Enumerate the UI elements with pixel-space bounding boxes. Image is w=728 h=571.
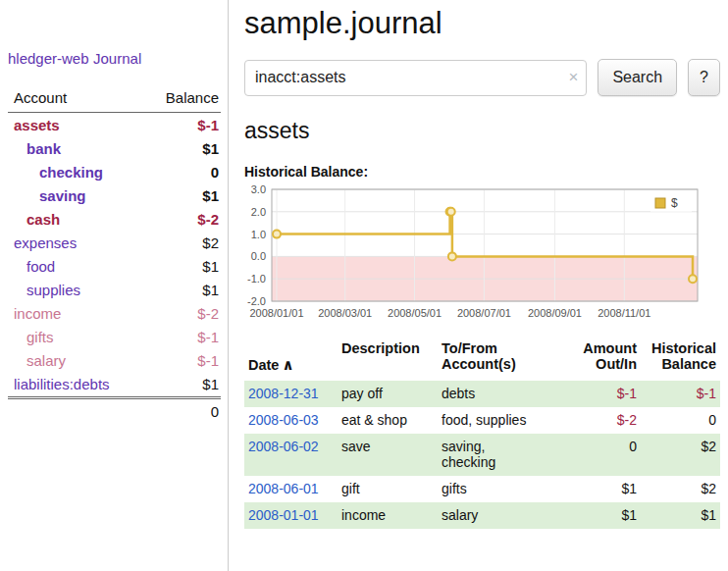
account-link[interactable]: bank — [8, 140, 61, 157]
account-row: gifts$-1 — [8, 325, 221, 348]
register-row: 2008-12-31pay offdebts$-1$-1 — [244, 381, 720, 407]
account-balance: $1 — [202, 282, 219, 298]
register-cell-description: gift — [338, 476, 438, 502]
data-point-marker — [448, 252, 456, 260]
register-col-date[interactable]: Date∧ — [244, 338, 338, 381]
account-balance: $-1 — [197, 117, 219, 133]
search-bar: × Search ? — [244, 59, 720, 96]
account-balance: $2 — [202, 234, 219, 251]
search-button[interactable]: Search — [598, 59, 677, 96]
account-link[interactable]: saving — [8, 187, 86, 204]
register-cell-amount: $1 — [570, 502, 641, 529]
account-link[interactable]: assets — [8, 117, 60, 133]
y-tick-label: -2.0 — [247, 295, 266, 307]
account-link[interactable]: gifts — [8, 329, 54, 345]
transaction-date-link[interactable]: 2008-12-31 — [248, 386, 319, 401]
x-tick-label: 2008/11/01 — [598, 307, 650, 319]
register-cell-balance: $-1 — [641, 381, 720, 407]
journal-link[interactable]: Journal — [93, 50, 141, 67]
account-balance: $1 — [202, 187, 219, 204]
page-title: sample.journal — [244, 6, 720, 41]
balance-chart: 3.02.01.00.0-1.0-2.02008/01/012008/03/01… — [244, 183, 713, 329]
register-cell-date: 2008-06-03 — [244, 407, 338, 434]
data-point-marker — [689, 275, 697, 283]
chart-title: Historical Balance: — [244, 164, 720, 180]
y-tick-label: 3.0 — [251, 183, 266, 195]
register-cell-accounts: food, supplies — [438, 407, 570, 434]
account-link[interactable]: cash — [8, 211, 60, 228]
account-link[interactable]: supplies — [8, 282, 80, 298]
app-title-link[interactable]: hledger-web — [8, 50, 89, 67]
sort-ascending-icon: ∧ — [282, 356, 293, 373]
y-tick-label: 0.0 — [251, 250, 266, 262]
account-link[interactable]: expenses — [8, 234, 77, 251]
register-row: 2008-01-01incomesalary$1$1 — [244, 502, 720, 529]
account-row: saving$1 — [8, 183, 221, 207]
x-tick-label: 2008/03/01 — [318, 307, 372, 319]
data-point-marker — [273, 231, 281, 238]
account-balance: $1 — [202, 376, 219, 392]
account-balance: 0 — [211, 164, 219, 181]
register-table: Date∧ Description To/From Account(s) Amo… — [244, 338, 720, 529]
register-rows: 2008-12-31pay offdebts$-1$-12008-06-03ea… — [244, 381, 720, 529]
accounts-col-account: Account — [14, 89, 67, 106]
x-tick-label: 2008/09/01 — [528, 307, 582, 319]
legend-label: $ — [671, 196, 678, 210]
account-balance: $-2 — [197, 305, 219, 322]
sidebar: hledger-web Journal Account Balance asse… — [0, 0, 229, 571]
register-cell-balance: $2 — [641, 476, 720, 502]
register-cell-amount: $-2 — [570, 407, 641, 434]
register-cell-accounts: salary — [438, 502, 570, 529]
accounts-total-value: 0 — [211, 403, 219, 420]
account-row: income$-2 — [8, 301, 221, 325]
register-col-description: Description — [338, 338, 438, 381]
account-tree: assets$-1bank$1checking0saving$1cash$-2e… — [8, 113, 221, 395]
account-balance: $1 — [202, 258, 219, 275]
accounts-col-balance: Balance — [166, 89, 219, 106]
account-balance: $1 — [202, 140, 219, 157]
account-link[interactable]: liabilities:debts — [8, 376, 110, 392]
legend-swatch — [655, 198, 665, 208]
account-row: food$1 — [8, 254, 221, 278]
account-balance: $-1 — [197, 352, 219, 369]
register-row: 2008-06-03eat & shopfood, supplies$-20 — [244, 407, 720, 434]
transaction-date-link[interactable]: 2008-06-01 — [248, 481, 319, 496]
accounts-table: Account Balance assets$-1bank$1checking0… — [8, 87, 221, 424]
register-row: 2008-06-01giftgifts$1$2 — [244, 476, 720, 502]
register-cell-accounts: debts — [438, 381, 570, 407]
transaction-date-link[interactable]: 2008-06-02 — [248, 439, 319, 454]
register-col-balance: Historical Balance — [641, 338, 720, 381]
account-row: assets$-1 — [8, 113, 221, 136]
account-link[interactable]: income — [8, 305, 61, 322]
register-cell-balance: $2 — [641, 434, 720, 476]
register-cell-date: 2008-06-02 — [244, 434, 338, 476]
register-col-accounts: To/From Account(s) — [438, 338, 570, 381]
register-cell-amount: $-1 — [570, 381, 641, 407]
accounts-table-header: Account Balance — [8, 87, 221, 113]
y-tick-label: 2.0 — [251, 206, 266, 218]
register-cell-balance: $1 — [641, 502, 720, 529]
help-button[interactable]: ? — [688, 59, 720, 96]
y-tick-label: 1.0 — [251, 229, 266, 240]
account-row: salary$-1 — [8, 348, 221, 372]
register-cell-description: save — [338, 434, 438, 476]
account-row: checking0 — [8, 160, 221, 183]
transaction-date-link[interactable]: 2008-01-01 — [248, 507, 319, 523]
account-balance: $-1 — [197, 329, 219, 345]
date-column-label: Date — [248, 357, 279, 373]
accounts-total-row: 0 — [8, 396, 221, 424]
register-header-row: Date∧ Description To/From Account(s) Amo… — [244, 338, 720, 381]
search-input[interactable] — [244, 60, 587, 96]
register-cell-accounts: gifts — [438, 476, 570, 502]
register-cell-amount: 0 — [570, 434, 641, 476]
account-link[interactable]: salary — [8, 352, 66, 369]
main-content: sample.journal × Search ? assets Histori… — [230, 0, 728, 571]
account-row: supplies$1 — [8, 278, 221, 301]
account-link[interactable]: food — [8, 258, 55, 275]
register-cell-description: income — [338, 502, 438, 529]
hledger-web-app: hledger-web Journal Account Balance asse… — [0, 0, 728, 571]
account-link[interactable]: checking — [8, 164, 103, 181]
transaction-date-link[interactable]: 2008-06-03 — [248, 412, 319, 428]
clear-search-icon[interactable]: × — [568, 68, 578, 87]
register-cell-description: eat & shop — [338, 407, 438, 434]
